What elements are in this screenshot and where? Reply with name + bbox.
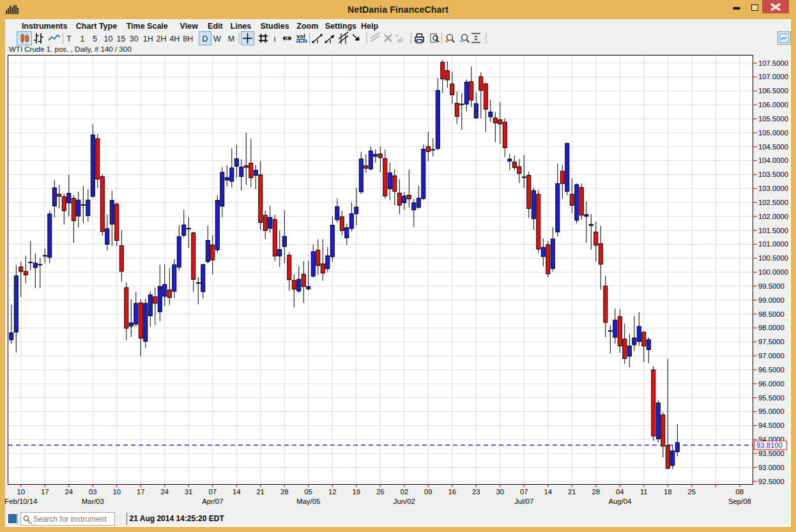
svg-text:07: 07	[520, 488, 528, 496]
svg-text:Feb/10/14: Feb/10/14	[4, 498, 37, 505]
svg-text:97.5000: 97.5000	[758, 338, 785, 346]
svg-text:09: 09	[424, 488, 432, 496]
svg-text:23: 23	[472, 488, 480, 496]
svg-text:Sep/08: Sep/08	[728, 498, 751, 505]
svg-text:103.0000: 103.0000	[758, 185, 788, 192]
svg-text:106.5000: 106.5000	[758, 87, 788, 95]
svg-text:102.0000: 102.0000	[758, 213, 788, 220]
svg-text:99.5000: 99.5000	[758, 282, 785, 290]
svg-text:04: 04	[616, 488, 624, 496]
svg-text:19: 19	[353, 488, 361, 496]
svg-text:30: 30	[496, 488, 505, 496]
svg-text:05: 05	[305, 488, 313, 496]
svg-text:24: 24	[161, 488, 169, 496]
svg-text:106.0000: 106.0000	[758, 101, 788, 109]
svg-text:14: 14	[544, 488, 553, 496]
svg-text:May/05: May/05	[296, 498, 320, 505]
svg-text:99.0000: 99.0000	[758, 296, 785, 304]
svg-text:08: 08	[736, 488, 744, 496]
svg-text:Jun/02: Jun/02	[394, 498, 415, 505]
svg-text:11: 11	[640, 488, 648, 496]
svg-text:96.5000: 96.5000	[758, 366, 785, 374]
svg-text:93.8100: 93.8100	[756, 441, 783, 449]
svg-text:25: 25	[688, 488, 696, 496]
svg-text:Jul/07: Jul/07	[514, 498, 533, 505]
svg-text:101.0000: 101.0000	[758, 240, 788, 248]
svg-text:96.0000: 96.0000	[758, 380, 785, 388]
svg-text:104.0000: 104.0000	[758, 156, 788, 164]
svg-text:102.5000: 102.5000	[758, 199, 788, 206]
svg-text:24: 24	[65, 488, 73, 496]
svg-text:14: 14	[233, 488, 241, 496]
svg-text:95.0000: 95.0000	[758, 407, 785, 415]
svg-text:21: 21	[257, 488, 265, 496]
svg-text:104.5000: 104.5000	[758, 143, 788, 151]
svg-text:21: 21	[568, 488, 576, 496]
svg-text:100.0000: 100.0000	[758, 268, 788, 276]
svg-text:105.5000: 105.5000	[758, 115, 788, 123]
svg-text:95.5000: 95.5000	[758, 394, 785, 402]
svg-text:101.5000: 101.5000	[758, 227, 788, 234]
svg-text:17: 17	[41, 488, 49, 496]
svg-text:28: 28	[592, 488, 601, 496]
svg-text:31: 31	[185, 488, 193, 496]
svg-text:Aug/04: Aug/04	[608, 498, 631, 505]
svg-text:94.5000: 94.5000	[758, 422, 785, 429]
svg-text:97.0000: 97.0000	[758, 352, 785, 360]
svg-text:03: 03	[89, 488, 97, 496]
svg-text:10: 10	[113, 488, 121, 496]
svg-text:100.5000: 100.5000	[758, 254, 788, 262]
svg-text:Mar/03: Mar/03	[82, 498, 104, 505]
svg-text:Apr/07: Apr/07	[202, 498, 223, 505]
svg-text:07: 07	[209, 488, 217, 496]
svg-text:93.5000: 93.5000	[758, 450, 785, 457]
svg-text:103.5000: 103.5000	[758, 171, 788, 178]
svg-text:02: 02	[401, 488, 409, 496]
svg-text:28: 28	[280, 488, 289, 496]
svg-text:18: 18	[664, 488, 672, 496]
svg-text:98.5000: 98.5000	[758, 310, 785, 318]
svg-text:26: 26	[376, 488, 385, 496]
svg-text:107.5000: 107.5000	[758, 59, 788, 67]
svg-text:105.0000: 105.0000	[758, 129, 788, 137]
svg-text:10: 10	[17, 488, 26, 496]
svg-text:98.0000: 98.0000	[758, 324, 785, 331]
svg-text:12: 12	[328, 488, 337, 496]
svg-text:93.0000: 93.0000	[758, 464, 785, 471]
svg-text:17: 17	[137, 488, 145, 496]
svg-text:92.5000: 92.5000	[758, 478, 785, 485]
svg-text:107.0000: 107.0000	[758, 73, 788, 80]
svg-text:16: 16	[448, 488, 457, 496]
